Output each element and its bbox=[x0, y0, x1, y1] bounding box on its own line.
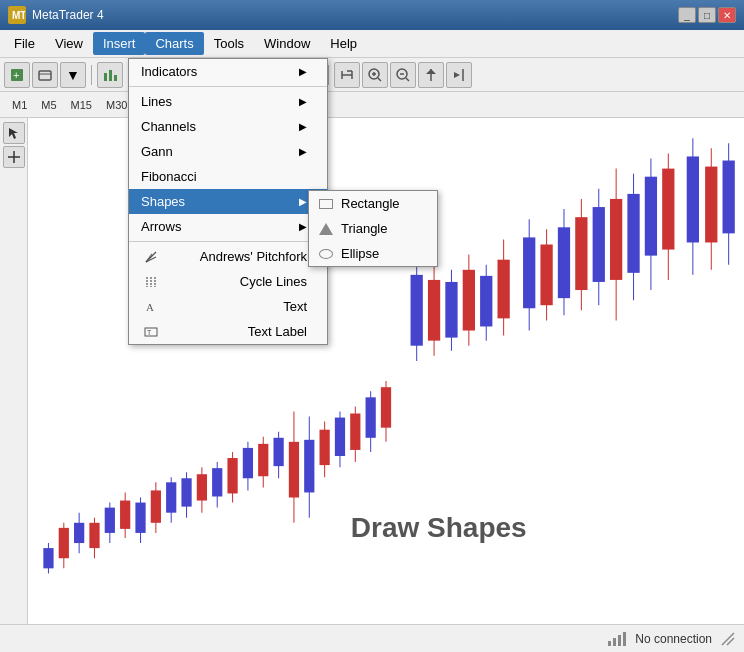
tf-m15[interactable]: M15 bbox=[65, 97, 98, 113]
svg-rect-102 bbox=[627, 194, 639, 273]
lines-arrow-icon: ▶ bbox=[299, 96, 307, 107]
andrews-label: Andrews' Pitchfork bbox=[200, 249, 307, 264]
svg-rect-124 bbox=[618, 635, 621, 646]
menu-tools[interactable]: Tools bbox=[204, 32, 254, 55]
svg-rect-54 bbox=[212, 468, 222, 496]
menu-text[interactable]: A Text bbox=[129, 294, 327, 319]
menu-insert[interactable]: Insert bbox=[93, 32, 146, 55]
app-title: MetaTrader 4 bbox=[32, 8, 104, 22]
tf-m5[interactable]: M5 bbox=[35, 97, 62, 113]
menu-fibonacci[interactable]: Fibonacci bbox=[129, 164, 327, 189]
toolbar-price-btn[interactable] bbox=[334, 62, 360, 88]
svg-rect-6 bbox=[109, 70, 112, 81]
arrows-label: Arrows bbox=[141, 219, 181, 234]
toolbar-open-btn[interactable] bbox=[32, 62, 58, 88]
menu-andrews[interactable]: Andrews' Pitchfork bbox=[129, 244, 327, 269]
menu-shapes[interactable]: Shapes ▶ bbox=[129, 189, 327, 214]
cyclelines-label: Cycle Lines bbox=[240, 274, 307, 289]
shapes-arrow-icon: ▶ bbox=[299, 196, 307, 207]
svg-rect-74 bbox=[366, 397, 376, 437]
svg-rect-5 bbox=[104, 73, 107, 81]
channels-arrow-icon: ▶ bbox=[299, 121, 307, 132]
submenu-ellipse[interactable]: Ellipse bbox=[309, 241, 437, 266]
lt-cursor-btn[interactable] bbox=[3, 122, 25, 144]
menu-bar: File View Insert Charts Tools Window Hel… bbox=[0, 30, 744, 58]
menu-cyclelines[interactable]: Cycle Lines bbox=[129, 269, 327, 294]
tf-m1[interactable]: M1 bbox=[6, 97, 33, 113]
triangle-label: Triangle bbox=[341, 221, 387, 236]
svg-rect-64 bbox=[289, 442, 299, 498]
maximize-button[interactable]: □ bbox=[698, 7, 716, 23]
close-button[interactable]: ✕ bbox=[718, 7, 736, 23]
lt-crosshair-btn[interactable] bbox=[3, 146, 25, 168]
svg-rect-96 bbox=[575, 217, 587, 290]
svg-rect-94 bbox=[558, 227, 570, 298]
rectangle-label: Rectangle bbox=[341, 196, 400, 211]
svg-rect-68 bbox=[320, 430, 330, 465]
channels-label: Channels bbox=[141, 119, 196, 134]
menu-view[interactable]: View bbox=[45, 32, 93, 55]
svg-marker-26 bbox=[454, 72, 460, 78]
svg-marker-27 bbox=[9, 128, 18, 139]
svg-rect-48 bbox=[166, 482, 176, 512]
svg-rect-84 bbox=[463, 270, 475, 331]
gann-arrow-icon: ▶ bbox=[299, 146, 307, 157]
toolbar-scroll-btn[interactable] bbox=[418, 62, 444, 88]
svg-text:A: A bbox=[146, 301, 154, 313]
menu-lines[interactable]: Lines ▶ bbox=[129, 89, 327, 114]
svg-rect-44 bbox=[135, 503, 145, 533]
submenu-rectangle[interactable]: Rectangle bbox=[309, 191, 437, 216]
textlabel-label: Text Label bbox=[248, 324, 307, 339]
app-icon: MT bbox=[8, 6, 26, 24]
status-bar: No connection bbox=[0, 624, 744, 652]
svg-rect-108 bbox=[687, 156, 699, 242]
timeframe-bar: M1 M5 M15 M30 H1 H4 D1 W1 MN bbox=[0, 92, 744, 118]
toolbar-auto-scroll-btn[interactable] bbox=[446, 62, 472, 88]
toolbar-sep4 bbox=[328, 65, 329, 85]
menu-divider2 bbox=[129, 241, 327, 242]
resize-icon bbox=[720, 631, 736, 647]
title-bar-buttons: _ □ ✕ bbox=[678, 7, 736, 23]
menu-channels[interactable]: Channels ▶ bbox=[129, 114, 327, 139]
svg-rect-60 bbox=[258, 444, 268, 476]
svg-rect-66 bbox=[304, 440, 314, 493]
menu-charts[interactable]: Charts bbox=[145, 32, 203, 55]
cyclelines-icon bbox=[141, 275, 161, 289]
menu-divider1 bbox=[129, 86, 327, 87]
toolbar-chart-btn[interactable] bbox=[97, 62, 123, 88]
minimize-button[interactable]: _ bbox=[678, 7, 696, 23]
toolbar-new-btn[interactable]: + bbox=[4, 62, 30, 88]
toolbar-sep1 bbox=[91, 65, 92, 85]
insert-menu: Indicators ▶ Lines ▶ Channels ▶ Gann ▶ F… bbox=[128, 58, 328, 345]
svg-rect-90 bbox=[523, 237, 535, 308]
svg-rect-76 bbox=[381, 387, 391, 427]
indicators-arrow-icon: ▶ bbox=[299, 66, 307, 77]
menu-indicators[interactable]: Indicators ▶ bbox=[129, 59, 327, 84]
svg-rect-50 bbox=[181, 478, 191, 506]
lines-label: Lines bbox=[141, 94, 172, 109]
submenu-triangle[interactable]: Triangle bbox=[309, 216, 437, 241]
svg-rect-100 bbox=[610, 199, 622, 280]
svg-rect-104 bbox=[645, 177, 657, 256]
toolbar-zoom-out-btn[interactable] bbox=[390, 62, 416, 88]
fibonacci-label: Fibonacci bbox=[141, 169, 197, 184]
rectangle-icon bbox=[319, 199, 333, 209]
svg-rect-40 bbox=[105, 508, 115, 533]
toolbar-arrow-btn[interactable]: ▼ bbox=[60, 62, 86, 88]
ellipse-icon bbox=[319, 249, 333, 259]
menu-window[interactable]: Window bbox=[254, 32, 320, 55]
menu-arrows[interactable]: Arrows ▶ bbox=[129, 214, 327, 239]
chart-label: Draw Shapes bbox=[351, 512, 527, 544]
svg-rect-42 bbox=[120, 501, 130, 529]
svg-rect-36 bbox=[74, 523, 84, 543]
arrows-arrow-icon: ▶ bbox=[299, 221, 307, 232]
svg-rect-72 bbox=[350, 414, 360, 450]
menu-file[interactable]: File bbox=[4, 32, 45, 55]
menu-textlabel[interactable]: T Text Label bbox=[129, 319, 327, 344]
menu-help[interactable]: Help bbox=[320, 32, 367, 55]
toolbar-zoom-in-btn[interactable] bbox=[362, 62, 388, 88]
gann-label: Gann bbox=[141, 144, 173, 159]
menu-gann[interactable]: Gann ▶ bbox=[129, 139, 327, 164]
svg-rect-122 bbox=[608, 641, 611, 646]
svg-rect-125 bbox=[623, 632, 626, 646]
